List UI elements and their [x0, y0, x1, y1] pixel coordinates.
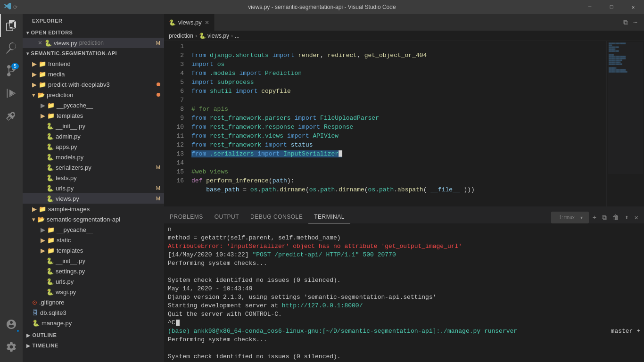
open-editor-views-py[interactable]: ✕ 🐍 views.py prediction M [23, 38, 164, 48]
close-editor-icon[interactable]: ✕ [38, 40, 42, 46]
py-icon: 🐍 [46, 278, 54, 285]
window-controls: ─ □ ✕ [579, 0, 644, 14]
tree-file-gitignore[interactable]: ⊙ .gitignore [23, 297, 164, 307]
activity-settings[interactable] [0, 336, 23, 358]
tree-file-settings[interactable]: 🐍 settings.py [23, 266, 164, 276]
folder-label: sample-images [48, 206, 90, 213]
minimize-button[interactable]: ─ [579, 0, 601, 14]
tree-file-urls[interactable]: 🐍 urls.py M [23, 183, 164, 193]
tab-debug-console[interactable]: DEBUG CONSOLE [245, 211, 308, 223]
code-content[interactable]: from django.shortcuts import render, red… [188, 41, 606, 206]
py-file-icon: 🐍 [44, 40, 52, 47]
outline-chevron: ▶ [26, 333, 31, 338]
breadcrumb-file-icon: 🐍 [199, 33, 206, 39]
tree-file-manage[interactable]: 🐍 manage.py [23, 318, 164, 328]
folder-icon: ▶ [32, 81, 37, 88]
terminal[interactable]: n method = getattr(self.parent, self.met… [164, 223, 644, 362]
tree-file-serializers[interactable]: 🐍 serializers.py M [23, 162, 164, 173]
tree-folder-static[interactable]: ▶ 📁 static [23, 235, 164, 245]
py-icon: 🐍 [46, 257, 54, 264]
tab-problems[interactable]: PROBLEMS [164, 211, 209, 223]
open-editors-section[interactable]: ▾ OPEN EDITORS [23, 27, 164, 38]
tree-file-tests[interactable]: 🐍 tests.py [23, 173, 164, 183]
activity-bar: 5 [0, 14, 23, 362]
root-folder-section[interactable]: ▾ SEMANTIC-SEGMENTATION-API [23, 48, 164, 58]
tree-folder-prediction[interactable]: ▾ 📂 prediction [23, 90, 164, 100]
tree-folder-predict[interactable]: ▶ 📁 predict-with-deeplabv3 [23, 79, 164, 90]
activity-bottom-items [0, 313, 23, 362]
tree-file-models[interactable]: 🐍 models.py [23, 152, 164, 162]
maximize-button[interactable]: □ [601, 0, 622, 14]
tree-file-wsgi[interactable]: 🐍 wsgi.py [23, 287, 164, 297]
breadcrumb-symbol[interactable]: ... [235, 33, 239, 39]
activity-extensions[interactable] [0, 105, 23, 127]
open-editors-label: OPEN EDITORS [31, 30, 73, 35]
folder-icon: ▶ [41, 112, 45, 119]
terminal-dropdown-arrow: ▾ [578, 214, 585, 221]
close-panel-button[interactable]: ✕ [633, 213, 640, 222]
terminal-label: 1: tmux [557, 214, 577, 221]
close-button[interactable]: ✕ [622, 0, 644, 14]
open-editor-filename: views.py [54, 40, 77, 47]
tree-folder-media[interactable]: ▶ 📁 media [23, 69, 164, 79]
folder-icon-img: 📁 [47, 237, 55, 244]
breadcrumb-file[interactable]: views.py [207, 33, 229, 39]
tab-terminal[interactable]: TERMINAL [308, 211, 350, 223]
file-label: __init__.py [56, 257, 85, 264]
tree-file-views[interactable]: 🐍 views.py M [23, 193, 164, 204]
tab-output[interactable]: OUTPUT [209, 211, 245, 223]
py-icon: 🐍 [32, 320, 40, 327]
folder-open-icon: ▾ [32, 91, 35, 99]
activity-search[interactable] [0, 37, 23, 59]
folder-label: frontend [48, 60, 71, 67]
tree-file-apps[interactable]: 🐍 apps.py [23, 141, 164, 152]
term-line: ^C [168, 319, 180, 326]
maximize-panel-button[interactable]: ⬆ [623, 213, 630, 222]
tab-filename: views.py [178, 19, 202, 26]
tree-folder-pycache2[interactable]: ▶ 📁 __pycache__ [23, 224, 164, 235]
tree-file-init2[interactable]: 🐍 __init__.py [23, 255, 164, 266]
activity-explorer[interactable] [0, 14, 23, 37]
py-icon: 🐍 [46, 195, 54, 202]
split-terminal-button[interactable]: ⧉ [600, 213, 609, 222]
add-terminal-button[interactable]: + [591, 213, 598, 222]
folder-icon-img: 📁 [47, 112, 55, 119]
breadcrumb-folder[interactable]: prediction [169, 33, 193, 39]
minimap: ▓▓▓▓▓▓▓▓▓▓▓▓▓▓▓▓▓▓▓▓▓▓▓▓▓▓▓▓▓▓▓▓▓▓▓▓▓▓▓▓… [606, 41, 644, 206]
modified-dot [157, 82, 160, 86]
timeline-section[interactable]: ▶ TIMELINE [23, 340, 164, 351]
tree-folder-templates2[interactable]: ▶ 📁 templates [23, 245, 164, 255]
tree-folder-api[interactable]: ▾ 📂 semantic-segmentation-api [23, 214, 164, 224]
folder-icon: ▶ [32, 71, 37, 78]
file-label: tests.py [56, 174, 77, 181]
folder-icon-img: 📁 [39, 60, 46, 67]
tree-folder-sample-images[interactable]: ▶ 📁 sample-images [23, 204, 164, 214]
more-actions-button[interactable]: ⋯ [631, 18, 640, 26]
tree-folder-pycache[interactable]: ▶ 📁 __pycache__ [23, 100, 164, 110]
tree-file-urls2[interactable]: 🐍 urls.py [23, 276, 164, 287]
kill-terminal-button[interactable]: 🗑 [611, 213, 621, 222]
root-folder-chevron: ▾ [26, 51, 29, 56]
split-editor-button[interactable]: ⧉ [620, 19, 631, 26]
file-label: views.py [56, 195, 79, 202]
panel: PROBLEMS OUTPUT DEBUG CONSOLE TERMINAL 1… [164, 206, 644, 362]
tree-file-db[interactable]: 🗄 db.sqlite3 [23, 307, 164, 318]
outline-section[interactable]: ▶ OUTLINE [23, 330, 164, 340]
file-label: db.sqlite3 [40, 309, 66, 316]
code-editor[interactable]: 12345 678910 111213141516 from django.sh… [164, 41, 644, 206]
panel-tab-actions: 1: tmux ▾ + ⧉ 🗑 ⬆ ✕ [551, 212, 644, 223]
py-icon: 🐍 [46, 268, 54, 275]
outline-label: OUTLINE [33, 332, 57, 338]
modified-dot [157, 93, 160, 97]
terminal-selector[interactable]: 1: tmux ▾ [551, 212, 589, 223]
tree-folder-templates[interactable]: ▶ 📁 templates [23, 110, 164, 121]
tree-folder-frontend[interactable]: ▶ 📁 frontend [23, 58, 164, 69]
tree-file-admin[interactable]: 🐍 admin.py [23, 131, 164, 141]
tree-file-init[interactable]: 🐍 __init__.py [23, 121, 164, 131]
activity-source-control[interactable]: 5 [0, 59, 23, 82]
tab-views-py[interactable]: 🐍 views.py ✕ [164, 14, 215, 31]
activity-account[interactable] [0, 313, 23, 336]
tab-close-button[interactable]: ✕ [205, 19, 209, 26]
folder-icon: ▶ [41, 226, 45, 233]
activity-run[interactable] [0, 82, 23, 105]
